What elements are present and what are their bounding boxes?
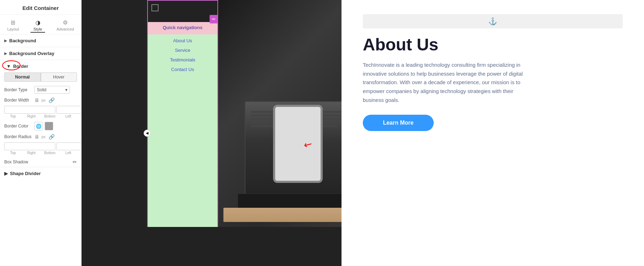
normal-toggle-btn[interactable]: Normal: [4, 72, 41, 82]
about-us-section: ⚓ About Us TechInnovate is a leading tec…: [342, 0, 644, 266]
border-width-unit: px: [41, 98, 46, 102]
box-shadow-label: Box Shadow: [4, 159, 28, 164]
tab-style[interactable]: ◑ Style: [30, 18, 45, 33]
tab-advanced[interactable]: ⚙ Advanced: [54, 18, 77, 33]
border-radius-inputs: [4, 142, 77, 150]
border-width-monitor-icon: 🖥: [34, 97, 39, 103]
border-type-value: Solid: [37, 87, 46, 92]
canvas-left-dark-panel: [82, 0, 147, 266]
canvas-area: + ⠿ ✕ ✏ Quick navigations About Us Servi…: [82, 0, 342, 266]
surface-illustration: [223, 208, 342, 222]
quick-nav-title: Quick navigations: [148, 25, 217, 30]
border-width-right-input[interactable]: [56, 106, 82, 114]
tab-advanced-label: Advanced: [57, 27, 74, 31]
box-shadow-row: Box Shadow ✏: [0, 157, 81, 167]
layout-icon: ⊞: [11, 19, 15, 26]
border-label: Border: [13, 64, 28, 69]
nav-link-about[interactable]: About Us: [148, 36, 217, 45]
border-radius-right-label: Right: [23, 151, 40, 155]
learn-more-button[interactable]: Learn More: [363, 115, 434, 131]
border-radius-top-input[interactable]: [4, 142, 55, 150]
border-width-left-label: Left: [60, 114, 77, 118]
border-width-label: Border Width: [4, 98, 34, 103]
nav-link-service[interactable]: Service: [148, 45, 217, 55]
background-label: Background: [9, 38, 36, 43]
about-title: About Us: [363, 36, 623, 54]
edit-mini-button[interactable]: ✏: [210, 15, 218, 23]
tab-bar: ⊞ Layout ◑ Style ⚙ Advanced: [0, 15, 81, 34]
background-overlay-label: Background Overlay: [9, 51, 54, 56]
shape-divider-section-header[interactable]: ▶ Shape Divider: [0, 167, 81, 180]
about-description: TechInnovate is a leading technology con…: [363, 61, 533, 105]
border-type-label: Border Type: [4, 87, 34, 92]
advanced-icon: ⚙: [63, 19, 68, 26]
border-width-input-labels: Top Right Bottom Left: [4, 114, 77, 118]
border-width-control: 🖥 px 🔗: [34, 97, 55, 103]
border-type-select[interactable]: Solid ▾: [34, 86, 70, 94]
border-radius-label: Border Radius: [4, 134, 34, 139]
border-radius-link-icon[interactable]: 🔗: [49, 134, 55, 140]
background-overlay-section-header[interactable]: ▶ Background Overlay: [0, 47, 81, 60]
nav-link-contact[interactable]: Contact Us: [148, 65, 217, 74]
style-icon: ◑: [35, 19, 40, 26]
border-collapse-arrow: ▼: [6, 64, 11, 69]
shape-divider-label: Shape Divider: [10, 171, 41, 176]
hover-toggle-btn[interactable]: Hover: [41, 72, 77, 82]
canvas-image-section: ↙: [218, 0, 342, 266]
phone-illustration: [273, 105, 323, 183]
tab-layout-label: Layout: [7, 27, 19, 31]
border-state-toggle: Normal Hover: [4, 72, 77, 82]
border-color-swatch[interactable]: [45, 122, 53, 130]
border-radius-input-labels: Top Right Bottom Left: [4, 151, 77, 155]
border-radius-right-input[interactable]: [56, 142, 82, 150]
border-section-header[interactable]: ▼ Border: [0, 60, 81, 70]
border-width-bottom-label: Bottom: [41, 114, 59, 118]
border-radius-control: 🖥 px 🔗: [34, 134, 55, 140]
quick-nav-section: Quick navigations: [148, 22, 217, 34]
canvas-image-bg: [218, 0, 342, 266]
phone-laptop-illustration: [238, 44, 342, 222]
border-width-top-label: Top: [4, 114, 22, 118]
canvas-nav-panel: + ⠿ ✕ ✏ Quick navigations About Us Servi…: [147, 0, 218, 266]
border-width-right-label: Right: [23, 114, 40, 118]
box-shadow-edit-icon[interactable]: ✏: [73, 159, 77, 165]
border-radius-left-label: Left: [60, 151, 77, 155]
left-panel: Edit Container ⊞ Layout ◑ Style ⚙ Advanc…: [0, 0, 82, 266]
border-width-top-input[interactable]: [4, 106, 55, 114]
border-radius-monitor-icon: 🖥: [34, 134, 39, 140]
border-radius-top-label: Top: [4, 151, 22, 155]
border-radius-row: Border Radius 🖥 px 🔗: [0, 132, 81, 141]
tab-layout[interactable]: ⊞ Layout: [4, 18, 22, 33]
background-section-header[interactable]: ▶ Background: [0, 34, 81, 47]
border-width-inputs: [4, 106, 77, 114]
border-type-row: Border Type Solid ▾: [0, 85, 81, 95]
background-overlay-arrow-icon: ▶: [4, 51, 7, 55]
border-color-globe-btn[interactable]: 🌐: [34, 122, 43, 130]
border-radius-bottom-label: Bottom: [41, 151, 59, 155]
border-type-chevron-icon: ▾: [65, 87, 67, 92]
anchor-icon: ⚓: [488, 17, 497, 26]
canvas-middle-top: ✏: [148, 1, 217, 22]
background-arrow-icon: ▶: [4, 39, 7, 43]
nav-link-testimonials[interactable]: Testimonials: [148, 55, 217, 65]
border-color-row: Border Color 🌐: [0, 120, 81, 132]
border-color-label: Border Color: [4, 124, 34, 129]
square-indicator-icon: [151, 4, 159, 11]
border-type-control: Solid ▾: [34, 86, 77, 94]
shape-divider-arrow-icon: ▶: [4, 171, 8, 176]
border-width-row: Border Width 🖥 px 🔗: [0, 96, 81, 104]
panel-title: Edit Container: [0, 0, 81, 15]
border-width-link-icon[interactable]: 🔗: [49, 97, 55, 103]
canvas-bottom-strip: [82, 227, 342, 266]
border-color-controls: 🌐: [34, 122, 53, 130]
border-radius-unit: px: [41, 135, 46, 139]
tab-style-label: Style: [33, 27, 42, 31]
canvas-inner: + ⠿ ✕ ✏ Quick navigations About Us Servi…: [82, 0, 342, 266]
collapse-panel-btn[interactable]: ◀: [144, 130, 151, 137]
anchor-bar: ⚓: [363, 14, 623, 28]
phone-screen: [275, 107, 321, 181]
